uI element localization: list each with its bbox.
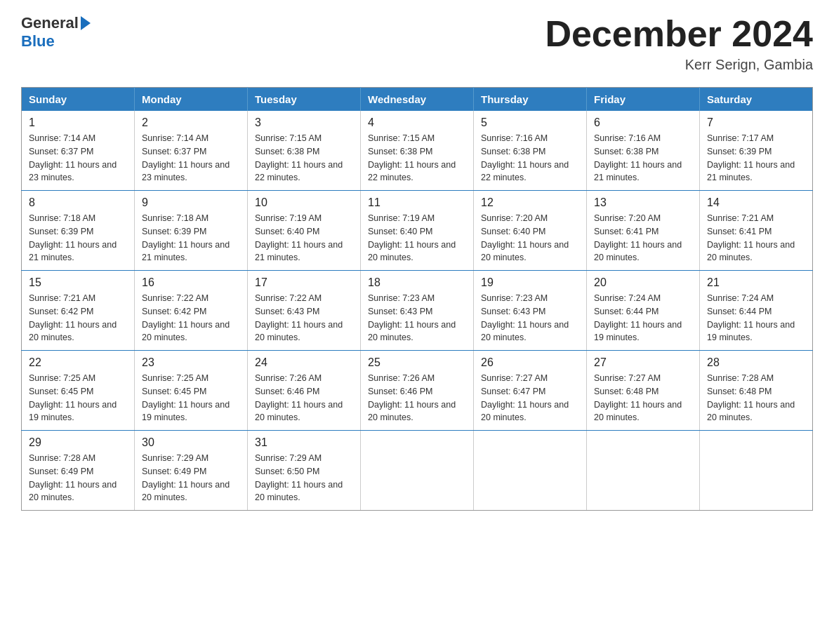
day-cell: 11 Sunrise: 7:19 AMSunset: 6:40 PMDaylig…	[361, 191, 474, 271]
day-number: 6	[594, 116, 692, 129]
day-number: 18	[368, 276, 466, 289]
week-row-1: 1 Sunrise: 7:14 AMSunset: 6:37 PMDayligh…	[22, 111, 813, 191]
day-cell: 26 Sunrise: 7:27 AMSunset: 6:47 PMDaylig…	[474, 351, 587, 431]
day-number: 30	[142, 436, 240, 449]
day-cell: 2 Sunrise: 7:14 AMSunset: 6:37 PMDayligh…	[135, 111, 248, 191]
day-cell: 10 Sunrise: 7:19 AMSunset: 6:40 PMDaylig…	[248, 191, 361, 271]
day-info: Sunrise: 7:27 AMSunset: 6:48 PMDaylight:…	[594, 372, 692, 424]
week-row-2: 8 Sunrise: 7:18 AMSunset: 6:39 PMDayligh…	[22, 191, 813, 271]
day-cell: 27 Sunrise: 7:27 AMSunset: 6:48 PMDaylig…	[587, 351, 700, 431]
logo-triangle-icon	[81, 16, 91, 30]
day-number: 12	[481, 196, 579, 209]
day-cell: 19 Sunrise: 7:23 AMSunset: 6:43 PMDaylig…	[474, 271, 587, 351]
day-number: 28	[707, 356, 805, 369]
day-cell: 5 Sunrise: 7:16 AMSunset: 6:38 PMDayligh…	[474, 111, 587, 191]
day-number: 8	[29, 196, 127, 209]
day-info: Sunrise: 7:21 AMSunset: 6:41 PMDaylight:…	[707, 212, 805, 264]
day-info: Sunrise: 7:23 AMSunset: 6:43 PMDaylight:…	[481, 292, 579, 344]
calendar-table: SundayMondayTuesdayWednesdayThursdayFrid…	[21, 87, 813, 511]
day-cell: 1 Sunrise: 7:14 AMSunset: 6:37 PMDayligh…	[22, 111, 135, 191]
day-cell: 29 Sunrise: 7:28 AMSunset: 6:49 PMDaylig…	[22, 431, 135, 511]
day-cell: 17 Sunrise: 7:22 AMSunset: 6:43 PMDaylig…	[248, 271, 361, 351]
col-header-tuesday: Tuesday	[248, 88, 361, 112]
day-cell: 12 Sunrise: 7:20 AMSunset: 6:40 PMDaylig…	[474, 191, 587, 271]
day-info: Sunrise: 7:28 AMSunset: 6:49 PMDaylight:…	[29, 452, 127, 504]
day-cell: 4 Sunrise: 7:15 AMSunset: 6:38 PMDayligh…	[361, 111, 474, 191]
day-info: Sunrise: 7:18 AMSunset: 6:39 PMDaylight:…	[29, 212, 127, 264]
week-row-3: 15 Sunrise: 7:21 AMSunset: 6:42 PMDaylig…	[22, 271, 813, 351]
day-info: Sunrise: 7:20 AMSunset: 6:40 PMDaylight:…	[481, 212, 579, 264]
day-cell	[700, 431, 813, 511]
day-number: 23	[142, 356, 240, 369]
day-cell: 16 Sunrise: 7:22 AMSunset: 6:42 PMDaylig…	[135, 271, 248, 351]
day-cell: 25 Sunrise: 7:26 AMSunset: 6:46 PMDaylig…	[361, 351, 474, 431]
day-info: Sunrise: 7:28 AMSunset: 6:48 PMDaylight:…	[707, 372, 805, 424]
calendar-title: December 2024	[545, 14, 813, 54]
page-header: General Blue December 2024 Kerr Serign, …	[21, 14, 813, 73]
day-info: Sunrise: 7:29 AMSunset: 6:49 PMDaylight:…	[142, 452, 240, 504]
day-info: Sunrise: 7:19 AMSunset: 6:40 PMDaylight:…	[368, 212, 466, 264]
day-number: 19	[481, 276, 579, 289]
day-info: Sunrise: 7:29 AMSunset: 6:50 PMDaylight:…	[255, 452, 353, 504]
day-cell	[474, 431, 587, 511]
logo-blue-text: Blue	[21, 32, 55, 50]
day-info: Sunrise: 7:14 AMSunset: 6:37 PMDaylight:…	[142, 132, 240, 185]
logo-general-text: General	[21, 14, 79, 32]
day-number: 27	[594, 356, 692, 369]
day-info: Sunrise: 7:27 AMSunset: 6:47 PMDaylight:…	[481, 372, 579, 424]
day-cell: 22 Sunrise: 7:25 AMSunset: 6:45 PMDaylig…	[22, 351, 135, 431]
day-number: 29	[29, 436, 127, 449]
day-info: Sunrise: 7:23 AMSunset: 6:43 PMDaylight:…	[368, 292, 466, 344]
day-number: 7	[707, 116, 805, 129]
day-number: 10	[255, 196, 353, 209]
day-info: Sunrise: 7:26 AMSunset: 6:46 PMDaylight:…	[255, 372, 353, 424]
week-row-5: 29 Sunrise: 7:28 AMSunset: 6:49 PMDaylig…	[22, 431, 813, 511]
day-number: 2	[142, 116, 240, 129]
day-info: Sunrise: 7:14 AMSunset: 6:37 PMDaylight:…	[29, 132, 127, 185]
day-number: 20	[594, 276, 692, 289]
day-number: 21	[707, 276, 805, 289]
day-info: Sunrise: 7:22 AMSunset: 6:42 PMDaylight:…	[142, 292, 240, 344]
day-cell: 30 Sunrise: 7:29 AMSunset: 6:49 PMDaylig…	[135, 431, 248, 511]
day-cell: 9 Sunrise: 7:18 AMSunset: 6:39 PMDayligh…	[135, 191, 248, 271]
day-cell: 18 Sunrise: 7:23 AMSunset: 6:43 PMDaylig…	[361, 271, 474, 351]
day-info: Sunrise: 7:25 AMSunset: 6:45 PMDaylight:…	[29, 372, 127, 424]
day-number: 13	[594, 196, 692, 209]
day-info: Sunrise: 7:20 AMSunset: 6:41 PMDaylight:…	[594, 212, 692, 264]
day-number: 5	[481, 116, 579, 129]
day-cell	[361, 431, 474, 511]
day-cell: 13 Sunrise: 7:20 AMSunset: 6:41 PMDaylig…	[587, 191, 700, 271]
day-number: 4	[368, 116, 466, 129]
day-cell: 20 Sunrise: 7:24 AMSunset: 6:44 PMDaylig…	[587, 271, 700, 351]
day-number: 15	[29, 276, 127, 289]
day-cell: 7 Sunrise: 7:17 AMSunset: 6:39 PMDayligh…	[700, 111, 813, 191]
day-number: 3	[255, 116, 353, 129]
day-cell: 3 Sunrise: 7:15 AMSunset: 6:38 PMDayligh…	[248, 111, 361, 191]
day-info: Sunrise: 7:16 AMSunset: 6:38 PMDaylight:…	[594, 132, 692, 185]
day-cell	[587, 431, 700, 511]
day-info: Sunrise: 7:15 AMSunset: 6:38 PMDaylight:…	[255, 132, 353, 185]
day-cell: 21 Sunrise: 7:24 AMSunset: 6:44 PMDaylig…	[700, 271, 813, 351]
col-header-sunday: Sunday	[22, 88, 135, 112]
day-cell: 6 Sunrise: 7:16 AMSunset: 6:38 PMDayligh…	[587, 111, 700, 191]
day-info: Sunrise: 7:25 AMSunset: 6:45 PMDaylight:…	[142, 372, 240, 424]
day-cell: 31 Sunrise: 7:29 AMSunset: 6:50 PMDaylig…	[248, 431, 361, 511]
col-header-saturday: Saturday	[700, 88, 813, 112]
col-header-monday: Monday	[135, 88, 248, 112]
day-info: Sunrise: 7:19 AMSunset: 6:40 PMDaylight:…	[255, 212, 353, 264]
col-header-thursday: Thursday	[474, 88, 587, 112]
day-cell: 24 Sunrise: 7:26 AMSunset: 6:46 PMDaylig…	[248, 351, 361, 431]
day-number: 22	[29, 356, 127, 369]
day-cell: 8 Sunrise: 7:18 AMSunset: 6:39 PMDayligh…	[22, 191, 135, 271]
calendar-header-row: SundayMondayTuesdayWednesdayThursdayFrid…	[22, 88, 813, 112]
day-number: 25	[368, 356, 466, 369]
day-info: Sunrise: 7:24 AMSunset: 6:44 PMDaylight:…	[707, 292, 805, 344]
day-number: 31	[255, 436, 353, 449]
day-info: Sunrise: 7:17 AMSunset: 6:39 PMDaylight:…	[707, 132, 805, 185]
week-row-4: 22 Sunrise: 7:25 AMSunset: 6:45 PMDaylig…	[22, 351, 813, 431]
day-number: 1	[29, 116, 127, 129]
day-info: Sunrise: 7:16 AMSunset: 6:38 PMDaylight:…	[481, 132, 579, 185]
day-cell: 15 Sunrise: 7:21 AMSunset: 6:42 PMDaylig…	[22, 271, 135, 351]
day-number: 11	[368, 196, 466, 209]
day-number: 14	[707, 196, 805, 209]
